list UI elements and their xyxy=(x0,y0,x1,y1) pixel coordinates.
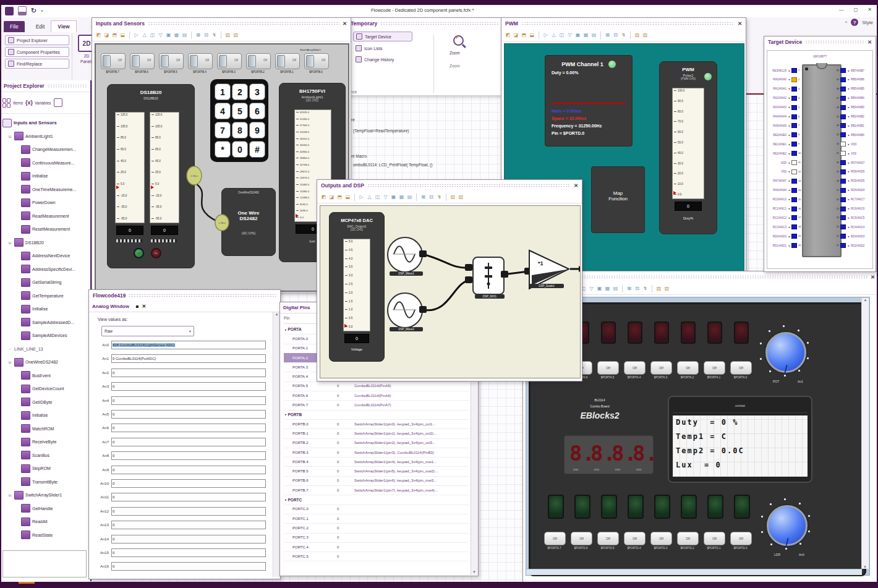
tree-component-DS18B20[interactable]: ⊟DS18B20 xyxy=(2,236,90,250)
port-d-button-2[interactable]: Off xyxy=(597,532,619,545)
tree-macro[interactable]: BusEvent xyxy=(2,369,90,383)
switch-$PORTB.2[interactable]: Off xyxy=(246,53,271,69)
tree-macro[interactable]: TransmitByte xyxy=(2,475,90,489)
tree-macro[interactable]: OneTimeMeasureme... xyxy=(2,183,90,197)
component-icon[interactable]: ▷ xyxy=(358,194,365,200)
wand-icon[interactable]: ↯ xyxy=(642,285,649,292)
digital-row-PORTB.0[interactable]: PORTB.00SwitchArraySlider1(pin0), keypad… xyxy=(284,419,469,429)
snap-icon[interactable]: ▣ xyxy=(596,285,603,292)
paste-icon[interactable]: ⬓ xyxy=(344,194,351,200)
switch-$PORTB.5[interactable]: Off xyxy=(159,53,184,69)
connections-icon[interactable]: ⊞ xyxy=(626,285,633,292)
digital-row-PORTA.6[interactable]: PORTA.60ComboBL0114(PinA6) xyxy=(284,391,469,401)
size-icon[interactable]: ◫ xyxy=(149,32,156,38)
delete-icon[interactable]: ▨ xyxy=(224,32,231,38)
digital-row-PORTA.5[interactable]: PORTA.50ComboBL0114(PinA5) xyxy=(284,381,469,391)
expander-icon[interactable]: ⊟ xyxy=(7,493,12,497)
position-icon[interactable]: △ xyxy=(366,194,373,200)
ldr-knob[interactable] xyxy=(767,505,808,546)
port-d-button-6[interactable]: Off xyxy=(704,532,725,545)
map-function-block[interactable]: MapFunction xyxy=(591,166,645,233)
delete-icon[interactable]: ▨ xyxy=(655,285,662,292)
slider-marker[interactable] xyxy=(344,324,347,328)
properties-icon[interactable]: ⊡ xyxy=(612,32,619,38)
tree-macro[interactable]: AddressNextDevice xyxy=(2,249,90,263)
select-icon[interactable]: ◩ xyxy=(505,32,511,38)
port-d-button-0[interactable]: Off xyxy=(544,532,566,545)
port-a-button-4[interactable]: Off xyxy=(650,361,672,375)
snap-icon[interactable]: ▣ xyxy=(390,194,397,200)
analog-field-An4[interactable]: 0 xyxy=(111,396,266,405)
flowcode419-titlebar[interactable]: Flowcode419 xyxy=(89,290,280,301)
ds18b20-slider-1[interactable]: 125.0105.085.065.045.025.05.0-15.0-35.0-… xyxy=(115,112,145,223)
inputs-canvas[interactable]: SwitchArraySlider1Off$PORTB.7Off$PORTB.6… xyxy=(95,43,349,292)
close-icon[interactable]: ✕ xyxy=(343,20,347,27)
expander-icon[interactable]: ⊟ xyxy=(7,241,12,245)
pwm-channel-block[interactable]: PWM Channel 1 Duty = 0.00% Mark = 0.00ms… xyxy=(545,55,633,147)
slider-marker[interactable] xyxy=(673,191,676,195)
paste-icon[interactable]: ⬓ xyxy=(119,32,126,38)
snap-icon[interactable]: ▣ xyxy=(165,32,172,38)
tree-macro[interactable]: SampleAllDevices xyxy=(2,329,90,343)
digital-row-PORTB.3[interactable]: PORTB.30SwitchArraySlider1(pin3), ComboB… xyxy=(284,448,469,458)
size-icon[interactable]: ◫ xyxy=(558,32,565,38)
port-d-button-3[interactable]: Off xyxy=(624,532,646,545)
onewire-component[interactable]: OneWireDS2482 One WireDS2482 (I2C CH1) xyxy=(221,188,276,256)
tree-macro[interactable]: ReadAll xyxy=(2,515,90,529)
dsp-canvas[interactable]: MCP47x6 DAC DAC_Output1 (I2C CH3) 5.04.5… xyxy=(320,205,581,378)
size-icon[interactable]: ◫ xyxy=(374,194,381,200)
port-d-button-5[interactable]: Off xyxy=(677,532,699,545)
keypad-key-6[interactable]: 6 xyxy=(249,103,265,119)
keypad-key-2[interactable]: 2 xyxy=(232,83,248,100)
pwm-duty-slider[interactable]: 100.090.080.070.060.050.040.030.020.010.… xyxy=(672,88,704,199)
view-option-icon-lists[interactable]: Icon Lists xyxy=(353,44,503,53)
analog-window-titlebar[interactable]: Analog Window ▪ ✕ xyxy=(89,301,280,312)
pot-knob[interactable] xyxy=(765,332,806,373)
tab-edit[interactable]: Edit xyxy=(30,21,51,32)
analog-field-An13[interactable]: 0 xyxy=(111,521,266,529)
ds18b20-slider-2[interactable]: 125.0105.085.065.045.025.05.0-15.0-35.0-… xyxy=(150,112,179,223)
view-option-target-device[interactable]: Target Device xyxy=(353,32,412,41)
tab-view[interactable]: View xyxy=(51,20,76,32)
tree-component-AmbientLight1[interactable]: ⊟AmbientLight1 xyxy=(2,130,90,143)
pwm-slider-block[interactable]: PWM Pulse2 (PWM CH3) 100.090.080.070.060… xyxy=(659,61,717,234)
digital-row-PORTB.5[interactable]: PORTB.50SwitchArraySlider1(pin5), keypad… xyxy=(284,467,469,477)
temporary-titlebar[interactable]: Temporary xyxy=(347,18,503,29)
digital-group-PORTC[interactable]: ▸PORTC xyxy=(284,495,469,505)
close-icon[interactable]: ✕ xyxy=(871,274,875,280)
tree-macro[interactable]: GetDeviceCount xyxy=(2,382,90,396)
clear-icon[interactable]: ▧ xyxy=(458,194,464,200)
close-button[interactable]: ✕ xyxy=(867,7,872,12)
ribbon-collapse-icon[interactable]: ^ xyxy=(845,20,847,25)
digital-row-PORTC.3[interactable]: PORTC.30 xyxy=(284,533,469,543)
port-a-button-6[interactable]: Off xyxy=(704,361,725,375)
keypad-key-3[interactable]: 3 xyxy=(249,83,265,100)
quick-access-dropdown-icon[interactable]: ▾ xyxy=(41,9,43,14)
copy-icon[interactable]: ⬒ xyxy=(111,32,118,38)
pan-icon[interactable]: ◪ xyxy=(103,32,110,38)
copy-icon[interactable]: ⬒ xyxy=(521,32,527,38)
digital-row-PORTC.0[interactable]: PORTC.00 xyxy=(284,505,469,514)
dsp-wave1-component[interactable] xyxy=(387,237,423,273)
items-button[interactable]: Items xyxy=(2,98,23,107)
view-values-select[interactable]: Raw ▾ xyxy=(101,326,194,336)
select-icon[interactable]: ◩ xyxy=(320,194,327,200)
delete-icon[interactable]: ▨ xyxy=(450,194,456,200)
keypad-key-7[interactable]: 7 xyxy=(215,122,231,138)
switch-$PORTB.1[interactable]: Off xyxy=(275,53,300,69)
mirror-icon[interactable]: ▤ xyxy=(590,32,597,38)
analog-field-An9[interactable]: 0 xyxy=(111,466,266,474)
digital-row-PORTB.1[interactable]: PORTB.10SwitchArraySlider1(pin1), keypad… xyxy=(284,428,469,438)
mirror-icon[interactable]: ▤ xyxy=(406,194,413,200)
zoom-button[interactable]: Zoom xyxy=(450,51,475,55)
checkbox-icon[interactable] xyxy=(356,56,362,62)
paste-icon[interactable]: ⬓ xyxy=(529,32,535,38)
keypad-key-#[interactable]: # xyxy=(249,141,265,158)
expander-icon[interactable]: ▸ xyxy=(285,498,287,501)
help-icon[interactable]: ? xyxy=(851,19,858,26)
digital-row-PORTA.7[interactable]: PORTA.70ComboBL0114(PinA7) xyxy=(284,400,469,410)
checkbox-icon[interactable] xyxy=(356,33,362,40)
tree-macro[interactable]: GetSerialString xyxy=(2,276,90,289)
orientation-icon[interactable]: ▽ xyxy=(382,194,389,200)
port-d-button-7[interactable]: Off xyxy=(730,532,752,545)
